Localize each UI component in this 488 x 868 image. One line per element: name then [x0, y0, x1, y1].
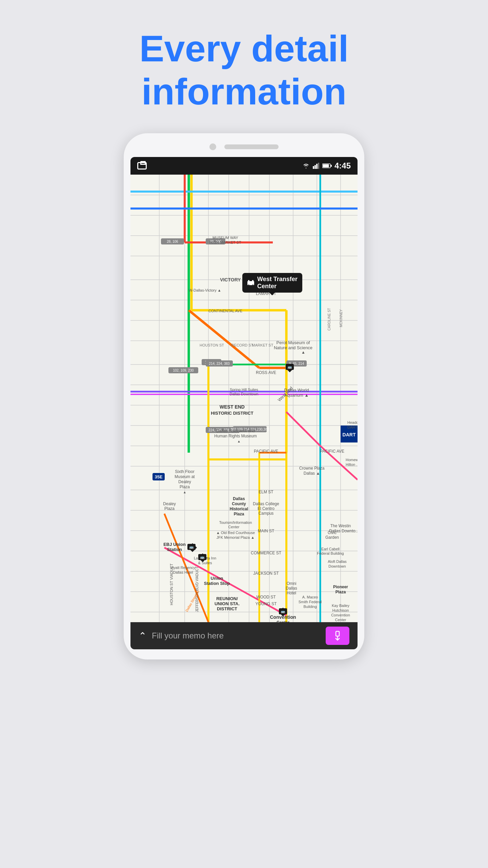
phone-speaker	[224, 144, 279, 149]
svg-text:Plaza: Plaza	[234, 512, 244, 516]
svg-text:HOUSTON ST VIADUCT: HOUSTON ST VIADUCT	[169, 564, 174, 605]
expand-button[interactable]: ⌃	[139, 630, 146, 642]
svg-point-194	[248, 284, 249, 286]
svg-text:County: County	[232, 501, 246, 506]
svg-text:Human Rights Museum: Human Rights Museum	[214, 434, 257, 438]
phone-top-bar	[130, 143, 358, 150]
svg-text:Spring Hill Suites: Spring Hill Suites	[230, 388, 258, 392]
svg-text:Smith Federal: Smith Federal	[299, 600, 322, 604]
svg-text:PACIFIC AVE: PACIFIC AVE	[320, 449, 344, 454]
svg-text:102, 109, 230: 102, 109, 230	[173, 369, 194, 372]
svg-text:Pioneer: Pioneer	[333, 585, 348, 589]
svg-text:▲: ▲	[183, 490, 186, 494]
svg-text:Dallas Downto...: Dallas Downto...	[329, 529, 358, 533]
svg-text:Nature and Science: Nature and Science	[274, 345, 312, 350]
svg-text:Sixth Floor: Sixth Floor	[175, 469, 194, 474]
svg-text:Dallas ▲: Dallas ▲	[304, 471, 320, 476]
svg-text:Convention: Convention	[331, 613, 350, 617]
headline-line2: information	[139, 70, 349, 113]
svg-text:Union: Union	[211, 576, 223, 581]
status-left	[137, 162, 147, 170]
svg-text:Perot Museum of: Perot Museum of	[277, 340, 310, 345]
tooltip-text: West TransferCenter	[257, 276, 298, 290]
svg-text:DISTRICT: DISTRICT	[217, 606, 237, 611]
svg-rect-191	[247, 281, 254, 285]
svg-text:Center: Center	[335, 618, 346, 622]
svg-rect-2	[316, 164, 318, 169]
svg-text:Hotel: Hotel	[287, 591, 296, 595]
svg-text:JEFFERSON BLVD VIADUCT: JEFFERSON BLVD VIADUCT	[195, 567, 199, 612]
status-bar: 4:45	[130, 157, 358, 175]
svg-text:MAIN ST: MAIN ST	[258, 529, 274, 533]
svg-text:Convention: Convention	[270, 614, 296, 620]
svg-text:28, 106: 28, 106	[167, 240, 178, 243]
svg-text:Museum at: Museum at	[175, 474, 195, 479]
svg-text:🚌: 🚌	[189, 545, 194, 549]
svg-text:🚌: 🚌	[200, 555, 205, 559]
svg-text:Hutchison: Hutchison	[332, 608, 349, 612]
svg-text:Historical: Historical	[230, 507, 248, 511]
svg-text:Station: Station	[167, 547, 182, 552]
wifi-icon	[302, 163, 310, 169]
svg-text:Aloft Dallas: Aloft Dallas	[328, 559, 347, 564]
svg-text:Earl Cabell: Earl Cabell	[321, 547, 340, 551]
signal-icon	[313, 163, 320, 169]
headline-line1: Every detail	[139, 27, 349, 70]
svg-text:Kay Bailey: Kay Bailey	[332, 604, 349, 608]
svg-text:Tourism/Information: Tourism/Information	[219, 520, 252, 525]
svg-text:HIGH MARKET ST: HIGH MARKET ST	[209, 240, 241, 244]
phone-screen: 4:45	[130, 157, 358, 649]
svg-text:Dallas College: Dallas College	[253, 501, 279, 506]
svg-text:🚌: 🚌	[287, 364, 292, 369]
svg-text:RECORD ST: RECORD ST	[231, 343, 253, 347]
svg-text:Plaza: Plaza	[164, 506, 175, 511]
svg-rect-5	[323, 164, 329, 167]
svg-text:PACIFIC AVE: PACIFIC AVE	[254, 449, 278, 454]
svg-text:Dallas Downtown: Dallas Downtown	[230, 392, 259, 396]
svg-rect-193	[252, 280, 253, 281]
svg-rect-1	[314, 165, 316, 169]
svg-text:▲: ▲	[237, 439, 241, 443]
svg-text:214, 224, 383: 214, 224, 383	[209, 362, 230, 366]
svg-text:Crowne Plaza: Crowne Plaza	[299, 466, 325, 471]
svg-text:WOOD ST: WOOD ST	[256, 595, 276, 599]
svg-text:Plaza: Plaza	[180, 485, 190, 489]
svg-text:MCKINNEY: MCKINNEY	[339, 309, 343, 327]
svg-rect-0	[313, 166, 314, 169]
svg-text:A. Maceo: A. Maceo	[302, 595, 318, 599]
svg-text:ROSS AVE: ROSS AVE	[256, 370, 276, 375]
svg-text:Plaza: Plaza	[336, 590, 346, 594]
svg-text:JACKSON ST: JACKSON ST	[253, 571, 279, 576]
svg-text:El Centro: El Centro	[258, 506, 274, 511]
svg-text:YOUNG ST: YOUNG ST	[256, 601, 277, 606]
svg-text:REUNION/: REUNION/	[216, 596, 238, 601]
svg-text:Center: Center	[228, 525, 239, 529]
svg-text:Headqu...: Headqu...	[347, 420, 358, 425]
bottom-bar: ⌃ Fill your memo here	[130, 622, 358, 649]
svg-text:Dallas Hotel: Dallas Hotel	[173, 570, 193, 574]
svg-point-195	[252, 284, 253, 286]
svg-text:▲ Old Red Courthouse: ▲ Old Red Courthouse	[216, 531, 255, 535]
svg-text:Dallas: Dallas	[286, 586, 297, 591]
transit-map[interactable]: DART 28, 106 28, 106	[130, 175, 358, 622]
share-button[interactable]	[326, 627, 349, 645]
svg-text:Hyatt Regency: Hyatt Regency	[171, 566, 196, 570]
svg-text:Campus: Campus	[259, 511, 274, 516]
photo-icon	[137, 162, 147, 170]
svg-text:Federal Building: Federal Building	[317, 551, 344, 555]
svg-text:COMMERCE ST: COMMERCE ST	[251, 551, 282, 555]
svg-text:The Westin: The Westin	[330, 524, 351, 528]
svg-text:DART: DART	[343, 432, 356, 437]
svg-rect-192	[248, 280, 249, 281]
svg-text:MUSEUM WAY: MUSEUM WAY	[212, 236, 238, 240]
svg-text:▲: ▲	[301, 350, 305, 355]
svg-text:🚌: 🚌	[281, 609, 285, 614]
svg-rect-196	[336, 631, 339, 636]
status-right: 4:45	[302, 161, 351, 171]
svg-text:CONTINENTAL AVE: CONTINENTAL AVE	[208, 309, 242, 313]
expand-icon: ⌃	[139, 630, 146, 642]
svg-rect-6	[331, 165, 332, 167]
svg-text:HISTORIC DISTRICT: HISTORIC DISTRICT	[211, 411, 253, 416]
map-tooltip: West TransferCenter	[242, 273, 302, 293]
memo-input[interactable]: Fill your memo here	[152, 631, 326, 640]
